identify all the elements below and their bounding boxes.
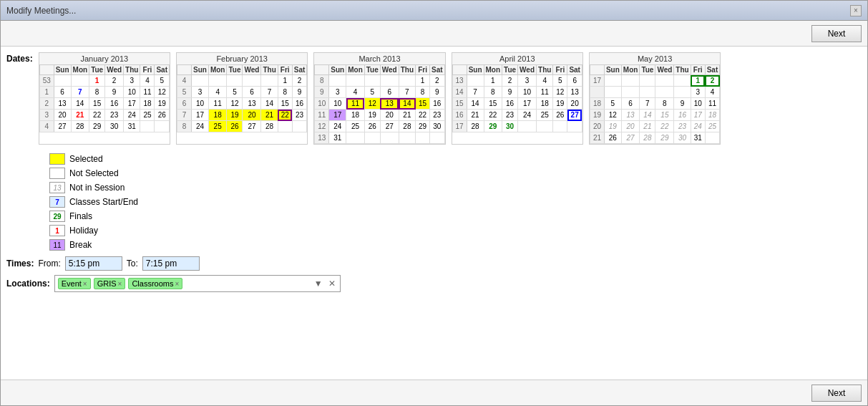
cal-day[interactable]: 27: [621, 132, 640, 144]
cal-day[interactable]: 19: [227, 110, 243, 121]
cal-day[interactable]: 3: [691, 87, 705, 98]
cal-day[interactable]: 11: [346, 98, 365, 110]
cal-day[interactable]: 5: [553, 75, 567, 87]
cal-day[interactable]: [292, 121, 307, 132]
cal-day[interactable]: 9: [292, 87, 307, 98]
cal-day[interactable]: 9: [105, 87, 124, 98]
cal-day[interactable]: 23: [502, 110, 518, 121]
cal-day[interactable]: 12: [553, 87, 567, 98]
cal-day[interactable]: 24: [124, 110, 140, 121]
cal-day[interactable]: 28: [640, 132, 655, 144]
cal-day[interactable]: 8: [278, 87, 292, 98]
cal-day[interactable]: 20: [567, 98, 582, 110]
cal-day[interactable]: 15: [278, 98, 292, 110]
times-from-input[interactable]: [65, 256, 122, 271]
cal-day[interactable]: [380, 75, 399, 87]
cal-day[interactable]: 23: [292, 110, 307, 121]
cal-day[interactable]: 9: [502, 87, 518, 98]
cal-day[interactable]: 1: [484, 75, 502, 87]
locations-clear-button[interactable]: ✕: [327, 279, 337, 289]
cal-day[interactable]: 16: [502, 98, 518, 110]
cal-day[interactable]: 19: [553, 98, 567, 110]
cal-day[interactable]: 16: [674, 110, 691, 121]
cal-day[interactable]: 8: [416, 87, 430, 98]
cal-day[interactable]: [364, 132, 380, 144]
cal-day[interactable]: 15: [89, 98, 105, 110]
bottom-next-button[interactable]: Next: [811, 385, 862, 402]
cal-day[interactable]: 29: [416, 121, 430, 132]
cal-day[interactable]: 4: [346, 87, 365, 98]
cal-day[interactable]: 30: [105, 121, 124, 132]
cal-day[interactable]: 17: [192, 110, 209, 121]
cal-day[interactable]: [621, 87, 640, 98]
cal-day[interactable]: 30: [674, 132, 691, 144]
cal-day[interactable]: [54, 75, 71, 87]
cal-day[interactable]: 16: [105, 98, 124, 110]
cal-day[interactable]: 13: [380, 98, 399, 110]
cal-day[interactable]: [537, 121, 553, 132]
tag-event-remove[interactable]: ×: [83, 280, 87, 288]
cal-day[interactable]: 6: [567, 75, 582, 87]
cal-day[interactable]: 12: [364, 98, 380, 110]
cal-day[interactable]: 14: [71, 98, 89, 110]
cal-day[interactable]: 16: [292, 98, 307, 110]
cal-day[interactable]: 17: [691, 110, 705, 121]
cal-day[interactable]: [430, 132, 445, 144]
cal-day[interactable]: 8: [655, 98, 674, 110]
location-tag-classrooms[interactable]: Classrooms ×: [128, 278, 182, 289]
cal-day[interactable]: 3: [329, 87, 346, 98]
cal-day[interactable]: 31: [329, 132, 346, 144]
cal-day[interactable]: 7: [261, 87, 278, 98]
cal-day[interactable]: 31: [691, 132, 705, 144]
cal-day[interactable]: [416, 132, 430, 144]
cal-day[interactable]: 6: [380, 87, 399, 98]
cal-day[interactable]: 21: [71, 110, 89, 121]
cal-day[interactable]: 11: [140, 87, 155, 98]
cal-day[interactable]: 5: [604, 98, 621, 110]
cal-day[interactable]: [278, 121, 292, 132]
cal-day[interactable]: 20: [380, 110, 399, 121]
cal-day[interactable]: [674, 87, 691, 98]
cal-day[interactable]: 22: [416, 110, 430, 121]
cal-day[interactable]: [518, 121, 537, 132]
cal-day[interactable]: 4: [140, 75, 155, 87]
cal-day[interactable]: 21: [640, 121, 655, 132]
cal-day[interactable]: 16: [430, 98, 445, 110]
cal-day[interactable]: 5: [227, 87, 243, 98]
cal-day[interactable]: 13: [54, 98, 71, 110]
cal-day[interactable]: 4: [537, 75, 553, 87]
cal-day[interactable]: 4: [208, 87, 227, 98]
cal-day[interactable]: 9: [674, 98, 691, 110]
cal-day[interactable]: 18: [208, 110, 227, 121]
cal-day[interactable]: 19: [604, 121, 621, 132]
cal-day[interactable]: [329, 75, 346, 87]
cal-day[interactable]: [155, 121, 170, 132]
cal-day[interactable]: 19: [364, 110, 380, 121]
cal-day[interactable]: 11: [705, 98, 720, 110]
cal-day[interactable]: [192, 75, 209, 87]
cal-day[interactable]: 15: [655, 110, 674, 121]
cal-day[interactable]: 27: [380, 121, 399, 132]
cal-day[interactable]: 3: [518, 75, 537, 87]
cal-day[interactable]: [399, 75, 415, 87]
cal-day[interactable]: 25: [705, 121, 720, 132]
cal-day[interactable]: 26: [155, 110, 170, 121]
cal-day[interactable]: 2: [502, 75, 518, 87]
cal-day[interactable]: [208, 75, 227, 87]
cal-day[interactable]: 22: [89, 110, 105, 121]
cal-day[interactable]: 18: [346, 110, 365, 121]
cal-day[interactable]: [364, 75, 380, 87]
cal-day[interactable]: 23: [105, 110, 124, 121]
cal-day[interactable]: [621, 75, 640, 87]
cal-day[interactable]: 22: [278, 110, 292, 121]
cal-day[interactable]: [467, 75, 484, 87]
cal-day[interactable]: 22: [655, 121, 674, 132]
cal-day[interactable]: 2: [430, 75, 445, 87]
cal-day[interactable]: 21: [399, 110, 415, 121]
cal-day[interactable]: 17: [124, 98, 140, 110]
cal-day[interactable]: 1: [691, 75, 705, 87]
cal-day[interactable]: [705, 132, 720, 144]
location-tag-gris[interactable]: GRIS ×: [94, 278, 126, 289]
cal-day[interactable]: [604, 87, 621, 98]
tag-gris-remove[interactable]: ×: [118, 280, 122, 288]
